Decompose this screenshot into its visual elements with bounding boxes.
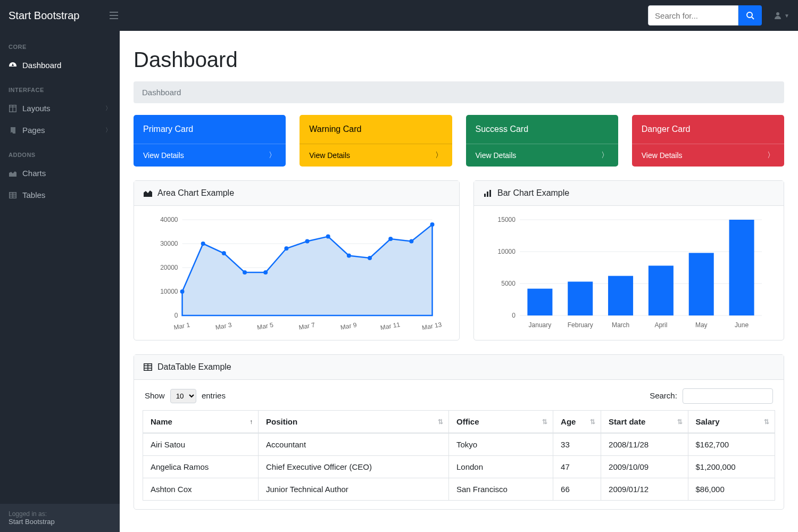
view-details-label: View Details: [143, 151, 184, 160]
table-cell: Accountant: [259, 433, 449, 456]
svg-point-5: [776, 12, 779, 15]
svg-point-29: [305, 239, 310, 244]
bar-chart: 050001000015000JanuaryFebruaryMarchApril…: [483, 214, 775, 331]
svg-point-3: [747, 12, 752, 18]
bar-chart-panel: Bar Chart Example 050001000015000January…: [473, 180, 784, 340]
svg-rect-2: [110, 18, 118, 19]
stat-card-2: Success CardView Details〉: [466, 115, 618, 167]
table-cell: 33: [553, 433, 601, 456]
svg-point-24: [201, 242, 205, 246]
svg-rect-0: [110, 12, 118, 13]
svg-text:Mar 5: Mar 5: [256, 321, 274, 331]
table-cell: London: [448, 456, 553, 478]
table-cell: San Francisco: [448, 478, 553, 501]
card-details-link[interactable]: View Details〉: [466, 144, 618, 167]
svg-text:5000: 5000: [501, 280, 516, 287]
sort-icon: ⇅: [677, 418, 683, 426]
brand[interactable]: Start Bootstrap: [9, 10, 110, 22]
sidebar-item-tables[interactable]: Tables: [0, 184, 120, 206]
table-cell: $86,000: [688, 478, 775, 501]
column-name[interactable]: Name↑: [143, 411, 259, 434]
length-select[interactable]: 10: [170, 389, 196, 403]
search-button[interactable]: [738, 5, 762, 26]
sidebar-item-layouts[interactable]: Layouts〉: [0, 97, 120, 119]
svg-line-4: [752, 17, 754, 19]
svg-text:10000: 10000: [160, 288, 178, 295]
svg-text:June: June: [735, 321, 749, 329]
table-icon: [144, 363, 152, 371]
sidebar-item-label: Layouts: [22, 104, 51, 113]
sort-icon: ↑: [250, 418, 253, 426]
sidebar-footer: Logged in as: Start Bootstrap: [0, 504, 120, 532]
column-age[interactable]: Age⇅: [553, 411, 601, 434]
chevron-right-icon: 〉: [105, 126, 111, 134]
svg-rect-58: [608, 276, 633, 315]
view-details-label: View Details: [476, 151, 517, 160]
user-dropdown[interactable]: ▼: [774, 11, 789, 20]
main-content: Dashboard Dashboard Primary CardView Det…: [120, 31, 798, 532]
svg-text:February: February: [568, 321, 593, 329]
caret-down-icon: ▼: [784, 13, 789, 19]
svg-rect-44: [487, 192, 488, 197]
svg-rect-45: [489, 190, 491, 197]
chevron-right-icon: 〉: [105, 104, 111, 112]
table-row: Angelica RamosChief Executive Officer (C…: [143, 456, 775, 478]
area-chart-title: Area Chart Example: [157, 188, 234, 198]
chevron-right-icon: 〉: [435, 151, 443, 160]
sidebar: COREDashboardINTERFACELayouts〉Pages〉ADDO…: [0, 31, 120, 532]
svg-point-26: [243, 270, 247, 275]
svg-text:May: May: [695, 321, 708, 329]
svg-text:Mar 11: Mar 11: [380, 321, 401, 331]
table-cell: 2008/11/28: [601, 433, 688, 456]
svg-text:10000: 10000: [498, 248, 516, 255]
card-details-link[interactable]: View Details〉: [300, 144, 452, 167]
card-details-link[interactable]: View Details〉: [134, 144, 286, 167]
bars-icon: [110, 12, 118, 19]
table-row: Ashton CoxJunior Technical AuthorSan Fra…: [143, 478, 775, 501]
sidebar-item-label: Tables: [22, 190, 45, 200]
svg-point-23: [180, 289, 185, 294]
svg-point-35: [430, 222, 435, 227]
column-start-date[interactable]: Start date⇅: [601, 411, 688, 434]
table-cell: Tokyo: [448, 433, 553, 456]
sort-icon: ⇅: [764, 418, 769, 426]
datatable-search: Search:: [650, 388, 773, 404]
view-details-label: View Details: [309, 151, 350, 160]
entries-label: entries: [202, 391, 226, 400]
svg-text:15000: 15000: [498, 216, 516, 223]
top-nav: Start Bootstrap ▼: [0, 0, 798, 31]
sidebar-heading: ADDONS: [0, 141, 120, 162]
column-salary[interactable]: Salary⇅: [688, 411, 775, 434]
svg-rect-56: [568, 281, 593, 315]
sort-icon: ⇅: [542, 418, 547, 426]
card-title: Primary Card: [134, 115, 286, 144]
sidebar-item-charts[interactable]: Charts: [0, 162, 120, 184]
view-details-label: View Details: [642, 151, 683, 160]
column-office[interactable]: Office⇅: [448, 411, 553, 434]
table-cell: Chief Executive Officer (CEO): [259, 456, 449, 478]
sidebar-item-dashboard[interactable]: Dashboard: [0, 54, 120, 76]
svg-text:30000: 30000: [160, 240, 178, 247]
sidebar-heading: CORE: [0, 33, 120, 54]
nav-search: [648, 5, 762, 26]
sidebar-item-label: Pages: [22, 126, 45, 135]
column-position[interactable]: Position⇅: [259, 411, 449, 434]
show-label: Show: [145, 391, 165, 400]
svg-text:Mar 1: Mar 1: [173, 321, 191, 331]
table-cell: Airi Satou: [143, 433, 259, 456]
area-chart: 010000200003000040000Mar 1Mar 3Mar 5Mar …: [143, 214, 451, 331]
svg-point-25: [222, 251, 226, 255]
sidebar-item-pages[interactable]: Pages〉: [0, 119, 120, 141]
search-input[interactable]: [648, 5, 738, 26]
datatable-search-input[interactable]: [683, 388, 773, 404]
datatable-length: Show 10 entries: [145, 389, 226, 403]
svg-text:Mar 13: Mar 13: [421, 321, 443, 331]
svg-text:20000: 20000: [160, 264, 178, 271]
card-details-link[interactable]: View Details〉: [632, 144, 784, 167]
area-chart-panel: Area Chart Example 010000200003000040000…: [134, 180, 460, 340]
svg-text:January: January: [529, 321, 552, 329]
table-cell: 66: [553, 478, 601, 501]
card-title: Danger Card: [632, 115, 784, 144]
sidebar-toggle[interactable]: [110, 12, 118, 19]
user-icon: [774, 11, 782, 20]
